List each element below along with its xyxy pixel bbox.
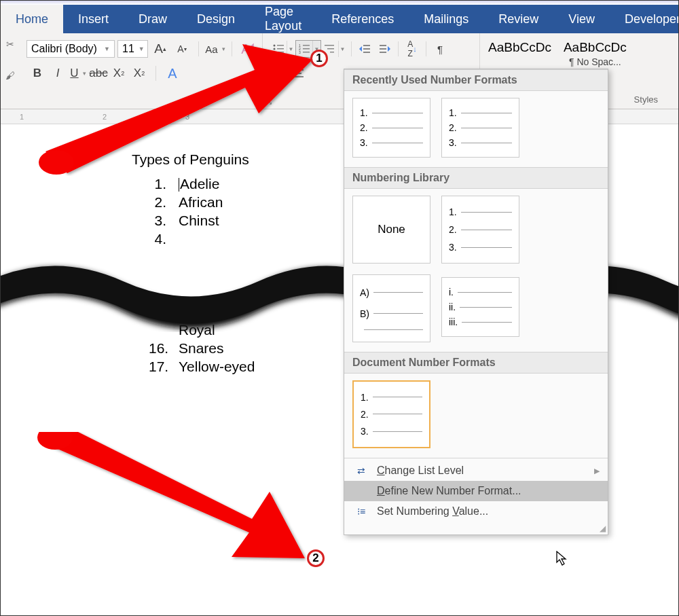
- dropdown-arrow-icon: ▼: [338, 41, 346, 57]
- svg-rect-5: [277, 52, 284, 53]
- font-size-value: 11: [122, 43, 134, 55]
- svg-rect-19: [380, 45, 386, 46]
- style-no-spacing[interactable]: AaBbCcDc ¶ No Spac...: [564, 40, 627, 67]
- paragraph-dialog-launcher-icon[interactable]: ↘: [267, 98, 272, 106]
- number-format-swatch[interactable]: 1. 2. 3.: [441, 196, 519, 264]
- tab-design[interactable]: Design: [182, 5, 250, 33]
- style-normal[interactable]: AaBbCcDc: [488, 40, 551, 67]
- tab-insert[interactable]: Insert: [63, 5, 124, 33]
- svg-rect-26: [293, 69, 304, 71]
- submenu-arrow-icon: ▶: [594, 467, 600, 475]
- dropdown-arrow-icon: ▼: [104, 46, 110, 52]
- cut-icon[interactable]: ✂: [6, 39, 14, 50]
- bullets-button[interactable]: ▼: [270, 40, 295, 58]
- subscript-button[interactable]: X2: [111, 65, 127, 82]
- set-value-icon: ⁝≡: [354, 506, 369, 517]
- ruler-mark: 1: [18, 113, 25, 121]
- bullets-icon: [270, 41, 287, 57]
- svg-rect-12: [325, 45, 334, 46]
- bold-button[interactable]: B: [29, 65, 45, 82]
- ruler-mark: 3: [184, 113, 191, 121]
- increase-indent-button[interactable]: [375, 40, 394, 58]
- svg-rect-1: [277, 45, 284, 46]
- font-dialog-launcher-icon[interactable]: ↘: [253, 98, 258, 106]
- clear-formatting-button[interactable]: A◢: [239, 40, 258, 58]
- svg-rect-16: [363, 48, 370, 50]
- tab-page-layout[interactable]: Page Layout: [250, 5, 316, 33]
- style-sample-text: AaBbCcDc: [564, 40, 627, 55]
- svg-marker-33: [557, 551, 566, 565]
- decrease-indent-button[interactable]: [356, 40, 375, 58]
- annotation-arrow-2: [35, 432, 306, 575]
- number-format-swatch-current[interactable]: 1. 2. 3.: [352, 380, 430, 448]
- svg-rect-27: [295, 73, 301, 74]
- number-format-swatch[interactable]: 1. 2. 3.: [441, 98, 519, 158]
- ribbon-tabs: Home Insert Draw Design Page Layout Refe…: [1, 5, 678, 33]
- show-marks-button[interactable]: ¶: [430, 40, 449, 58]
- tab-references[interactable]: References: [316, 5, 409, 33]
- svg-rect-23: [274, 69, 285, 71]
- svg-point-0: [274, 45, 276, 47]
- svg-marker-22: [388, 46, 390, 52]
- decrease-font-size-button[interactable]: A▾: [172, 40, 191, 58]
- sort-button[interactable]: AZ↓: [403, 40, 422, 58]
- svg-rect-15: [363, 45, 370, 46]
- svg-rect-28: [293, 76, 304, 77]
- style-caption: ¶ No Spac...: [569, 56, 621, 67]
- number-format-none[interactable]: None: [352, 196, 430, 264]
- change-case-button[interactable]: Aa▾: [206, 40, 225, 58]
- font-name-value: Calibri (Body): [31, 43, 97, 55]
- text-effects-button[interactable]: A: [164, 65, 181, 82]
- number-format-swatch[interactable]: 1. 2. 3.: [352, 98, 430, 158]
- callout-marker-2: 2: [307, 549, 325, 567]
- section-document-header: Document Number Formats: [344, 352, 608, 374]
- menu-change-list-level[interactable]: ⇄ Change List Level ▶: [344, 460, 608, 481]
- tab-developer[interactable]: Developer: [610, 5, 679, 33]
- ruler-mark: 2: [101, 113, 108, 121]
- svg-point-2: [274, 48, 276, 50]
- svg-text:3: 3: [299, 50, 301, 54]
- dropdown-arrow-icon: ▼: [139, 46, 145, 52]
- svg-rect-24: [274, 73, 280, 74]
- svg-rect-9: [303, 48, 310, 50]
- svg-rect-17: [363, 52, 370, 53]
- font-size-combo[interactable]: 11 ▼: [117, 40, 148, 58]
- align-left-button[interactable]: [270, 65, 289, 82]
- callout-marker-1: 1: [310, 50, 328, 67]
- svg-point-32: [37, 432, 73, 450]
- number-format-swatch[interactable]: A) B): [352, 274, 430, 342]
- format-painter-icon[interactable]: 🖌: [5, 70, 15, 81]
- superscript-button[interactable]: X2: [131, 65, 147, 82]
- svg-rect-13: [327, 48, 334, 50]
- italic-button[interactable]: I: [50, 65, 66, 82]
- tab-view[interactable]: View: [553, 5, 610, 33]
- align-center-button[interactable]: [289, 65, 308, 82]
- mouse-cursor-icon: [556, 551, 570, 569]
- style-sample-text: AaBbCcDc: [488, 40, 551, 55]
- tab-draw[interactable]: Draw: [124, 5, 182, 33]
- tab-review[interactable]: Review: [483, 5, 553, 33]
- svg-marker-18: [359, 46, 362, 52]
- svg-rect-7: [303, 45, 310, 46]
- menu-define-new-number-format[interactable]: Define New Number Format...: [344, 481, 608, 501]
- menu-set-numbering-value[interactable]: ⁝≡ Set Numbering Value...: [344, 501, 608, 522]
- increase-font-size-button[interactable]: A▴: [151, 40, 170, 58]
- svg-marker-31: [47, 432, 305, 558]
- svg-rect-20: [380, 48, 386, 50]
- underline-button[interactable]: U ▾: [70, 65, 86, 82]
- number-format-swatch[interactable]: i. ii. iii.: [441, 277, 519, 337]
- styles-group-label: Styles: [634, 94, 658, 105]
- numbering-dropdown-panel: Recently Used Number Formats 1. 2. 3. 1.…: [344, 69, 608, 535]
- strikethrough-button[interactable]: abc: [90, 65, 107, 82]
- tab-home[interactable]: Home: [1, 5, 63, 33]
- section-recent-header: Recently Used Number Formats: [344, 69, 608, 91]
- numbering-icon: 123: [296, 41, 312, 57]
- change-level-icon: ⇄: [354, 465, 369, 476]
- svg-rect-14: [330, 52, 334, 53]
- resize-grip-icon[interactable]: ◢: [344, 524, 608, 535]
- section-library-header: Numbering Library: [344, 167, 608, 189]
- dropdown-arrow-icon: ▼: [287, 41, 295, 57]
- tab-mailings[interactable]: Mailings: [409, 5, 483, 33]
- font-name-combo[interactable]: Calibri (Body) ▼: [26, 40, 115, 58]
- font-group: Calibri (Body) ▼ 11 ▼ A▴ A▾ Aa▾ A◢ B I U…: [20, 33, 263, 109]
